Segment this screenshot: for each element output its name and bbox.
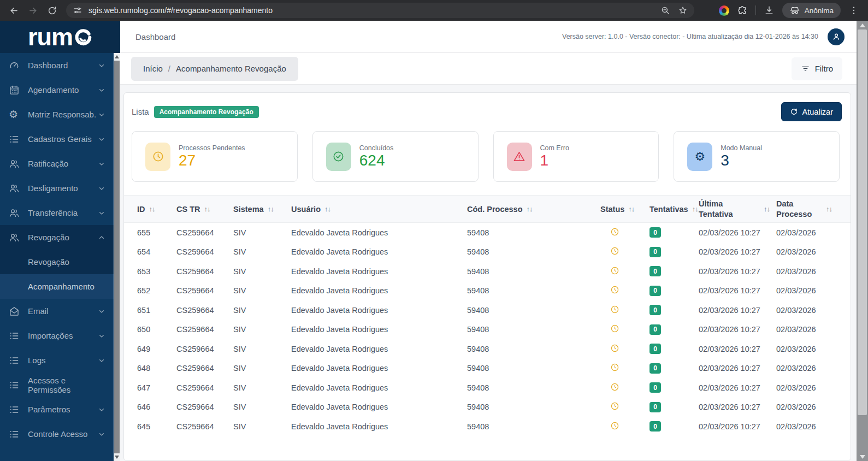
sidebar-item-cadastros-gerais[interactable]: Cadastros Gerais <box>0 127 114 151</box>
page-scrollbar-thumb[interactable] <box>858 29 867 415</box>
sidebar-item-label: Desligamento <box>28 184 78 193</box>
cell-cstr: CS259664 <box>176 403 233 411</box>
warning-icon <box>507 143 532 171</box>
chevron-down-icon <box>97 307 106 316</box>
browser-reload-icon[interactable] <box>44 2 60 19</box>
sidebar-group-revogacao: RevogaçãoRevogaçãoAcompanhamento <box>0 225 114 299</box>
sort-arrows-icon: ↑↓ <box>692 205 698 213</box>
sidebar-item-label: Parâmetros <box>28 405 70 414</box>
downloads-icon[interactable] <box>764 5 775 16</box>
status-pending-clock-icon <box>610 324 619 333</box>
sidebar-item-parametros[interactable]: Parâmetros <box>0 397 114 422</box>
sidebar-item-email[interactable]: Email <box>0 299 114 323</box>
sidebar: rum DashboardAgendamento⚙Matriz Responsa… <box>0 21 120 461</box>
users-icon <box>9 183 20 194</box>
column-header-cstr[interactable]: CS TR↑↓ <box>176 205 233 214</box>
cell-tentativas: 0 <box>642 382 699 393</box>
browser-forward-icon[interactable] <box>25 2 41 19</box>
context-badge: Acompanhamento Revogação <box>154 106 259 118</box>
chevron-down-icon <box>97 135 106 144</box>
refresh-button[interactable]: Atualizar <box>781 102 842 121</box>
incognito-icon <box>789 5 800 16</box>
sidebar-scrollbar[interactable] <box>114 53 120 461</box>
column-header-cod[interactable]: Cód. Processo↑↓ <box>467 205 593 214</box>
cell-cstr: CS259664 <box>176 228 233 237</box>
filter-button[interactable]: Filtro <box>792 57 842 80</box>
column-header-status[interactable]: Status↑↓ <box>593 205 642 214</box>
sidebar-item-label: Transferência <box>28 208 78 217</box>
sidebar-item-importacoes[interactable]: Importações <box>0 323 114 348</box>
column-label: Usuário <box>291 205 321 214</box>
sidebar-subitem-revogacao[interactable]: Revogação <box>0 250 114 274</box>
column-header-tentativas[interactable]: Tentativas↑↓ <box>642 205 699 214</box>
sidebar-item-transferencia[interactable]: Transferência <box>0 200 114 225</box>
site-settings-icon[interactable] <box>73 5 82 15</box>
sidebar-subitem-acompanhamento[interactable]: Acompanhamento <box>0 274 114 299</box>
sidebar-item-logs[interactable]: Logs <box>0 348 114 373</box>
cell-ultima: 02/03/2026 10:27 <box>699 345 776 353</box>
filter-label: Filtro <box>815 64 833 73</box>
table-row: 654CS259664SIVEdevaldo Javeta Rodrigues5… <box>124 243 851 262</box>
sidebar-item-ratificacao[interactable]: Ratificação <box>0 151 114 176</box>
status-pending-clock-icon <box>610 421 619 430</box>
column-header-usuario[interactable]: Usuário↑↓ <box>291 205 467 214</box>
cell-tentativas: 0 <box>642 286 699 296</box>
cell-cod: 59408 <box>467 403 593 411</box>
zoom-out-icon[interactable] <box>660 5 670 15</box>
chevron-down-icon <box>97 184 106 193</box>
sidebar-item-controle-acesso[interactable]: Controle Acesso <box>0 422 114 446</box>
cell-cod: 59408 <box>467 247 593 256</box>
bookmark-star-icon[interactable] <box>678 5 688 15</box>
user-avatar-button[interactable] <box>828 28 845 45</box>
tentativas-badge: 0 <box>649 344 661 354</box>
sidebar-item-label: Matriz Responsab. <box>28 110 96 119</box>
browser-menu-dots-icon[interactable] <box>848 5 859 16</box>
breadcrumb-separator: / <box>168 64 170 73</box>
cell-status <box>593 227 642 238</box>
cell-status <box>593 421 642 432</box>
list-icon <box>9 380 20 391</box>
page-scrollbar[interactable] <box>857 21 868 461</box>
extensions-puzzle-icon[interactable] <box>737 5 748 16</box>
url-text[interactable]: sgis.web.rumolog.com/#/revogacao-acompan… <box>88 6 660 15</box>
cell-cstr: CS259664 <box>176 383 233 392</box>
page-scroll-down-arrow[interactable] <box>857 452 868 461</box>
list-card: Lista Acompanhamento Revogação Atualizar… <box>123 92 851 461</box>
cell-data: 02/03/2026 <box>776 422 839 431</box>
address-bar[interactable]: sgis.web.rumolog.com/#/revogacao-acompan… <box>66 3 694 18</box>
sidebar-item-matriz-responsab[interactable]: ⚙Matriz Responsab. <box>0 102 114 127</box>
column-header-id[interactable]: ID↑↓ <box>137 205 176 214</box>
tentativas-badge: 0 <box>649 266 661 276</box>
cell-id: 649 <box>137 345 176 353</box>
table-row: 645CS259664SIVEdevaldo Javeta Rodrigues5… <box>124 417 851 436</box>
cell-data: 02/03/2026 <box>776 364 839 373</box>
sort-arrows-icon: ↑↓ <box>527 205 533 213</box>
browser-back-icon[interactable] <box>5 2 22 19</box>
breadcrumb-home-link[interactable]: Início <box>143 64 163 73</box>
cell-tentativas: 0 <box>642 324 699 335</box>
page-scroll-up-arrow[interactable] <box>857 21 868 29</box>
sidebar-item-desligamento[interactable]: Desligamento <box>0 176 114 200</box>
sidebar-scroll-down-arrow[interactable] <box>114 453 120 461</box>
cell-data: 02/03/2026 <box>776 325 839 334</box>
chevron-down-icon <box>97 405 106 414</box>
sidebar-scrollbar-thumb[interactable] <box>114 61 120 453</box>
rumo-logo: rum <box>28 25 73 49</box>
incognito-profile-button[interactable]: Anônima <box>782 3 841 18</box>
cell-cstr: CS259664 <box>176 267 233 276</box>
sidebar-item-acessos-e-permissoes[interactable]: Acessos e Permissões <box>0 373 114 397</box>
extension-colorful-icon[interactable] <box>719 5 729 16</box>
sidebar-scroll-up-arrow[interactable] <box>114 53 120 61</box>
column-label: Última Tentativa <box>699 199 740 220</box>
column-header-data[interactable]: Data Processo↑↓ <box>776 199 839 220</box>
process-table: ID↑↓CS TR↑↓Sistema↑↓Usuário↑↓Cód. Proces… <box>124 195 851 436</box>
column-header-ultima[interactable]: Última Tentativa↑↓ <box>699 199 776 220</box>
sidebar-item-agendamento[interactable]: Agendamento <box>0 78 114 102</box>
sidebar-item-revogacao[interactable]: Revogação <box>0 225 114 250</box>
stat-card-2: Com Erro1 <box>493 131 659 182</box>
sidebar-item-dashboard[interactable]: Dashboard <box>0 53 114 78</box>
topbar-right: Versão server: 1.0.0 - Versão conector: … <box>562 28 845 45</box>
list-icon <box>9 355 20 366</box>
rumo-logo-swirl-icon <box>74 28 92 46</box>
column-header-sistema[interactable]: Sistema↑↓ <box>233 205 291 214</box>
